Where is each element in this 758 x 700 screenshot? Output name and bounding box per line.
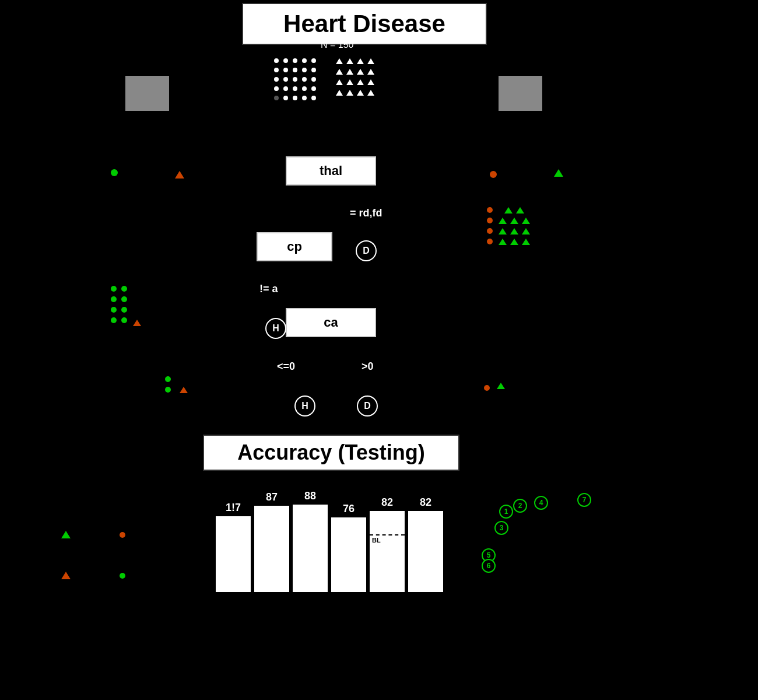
page-title: Heart Disease [242,3,487,45]
accuracy-title-text: Accuracy (Testing) [237,440,424,464]
operator-gt0: >0 [362,360,374,373]
bl-label: BL [372,537,381,544]
badge-3: 3 [494,521,508,535]
legend-square-left [125,76,169,111]
title-text: Heart Disease [283,10,445,37]
d-circle-2: D [357,396,378,416]
bar-col-4: 76 [331,503,366,592]
bar-col-5: 82 BL [370,496,405,592]
bar-label-4: 76 [343,503,355,515]
bar-label-5: 82 [381,496,393,509]
h-circle-1: H [265,318,286,339]
scatter-tri-1 [175,171,184,178]
operator-rdfd: = rd,fd [350,207,382,219]
bar-label-2: 87 [266,491,278,503]
badge-6: 6 [482,559,496,573]
bar-col-1: 1!7 [216,502,251,592]
scatter-dot-r1 [490,171,497,178]
badge-7: 7 [577,493,591,507]
bar-rect-3 [293,505,328,592]
feature-cp: cp [257,232,332,261]
bar-col-6: 82 [408,496,443,592]
top-dot-grid [274,58,376,103]
scatter-tri-r1 [554,169,563,177]
bar-label-3: 88 [304,490,316,502]
bar-col-3: 88 [293,490,328,592]
d-circle-1: D [356,240,377,261]
operator-leq0: <=0 [277,360,295,373]
accuracy-title: Accuracy (Testing) [203,435,459,471]
bar-chart: 1!7 87 88 76 82 BL 82 [216,490,443,592]
legend-square-right [499,76,542,111]
bar-rect-6 [408,511,443,592]
ca-label: ca [324,315,338,330]
subtitle-text: N = 150 [321,40,353,50]
feature-ca: ca [286,308,376,337]
bar-rect-2 [254,506,289,592]
bar-label-6: 82 [420,496,431,509]
thal-label: thal [320,163,342,178]
cp-label: cp [287,239,302,254]
operator-nota: != a [259,283,278,295]
bar-rect-1 [216,516,251,592]
bar-rect-5: BL [370,511,405,592]
badge-2: 2 [513,499,527,513]
bar-rect-4 [331,517,366,592]
scatter-dot-1 [111,169,118,176]
feature-thal: thal [286,156,376,186]
badge-1: 1 [499,505,513,519]
h-circle-2: H [294,396,315,416]
badge-4: 4 [534,496,548,510]
bar-col-2: 87 [254,491,289,592]
bar-label-1: 1!7 [226,502,241,514]
